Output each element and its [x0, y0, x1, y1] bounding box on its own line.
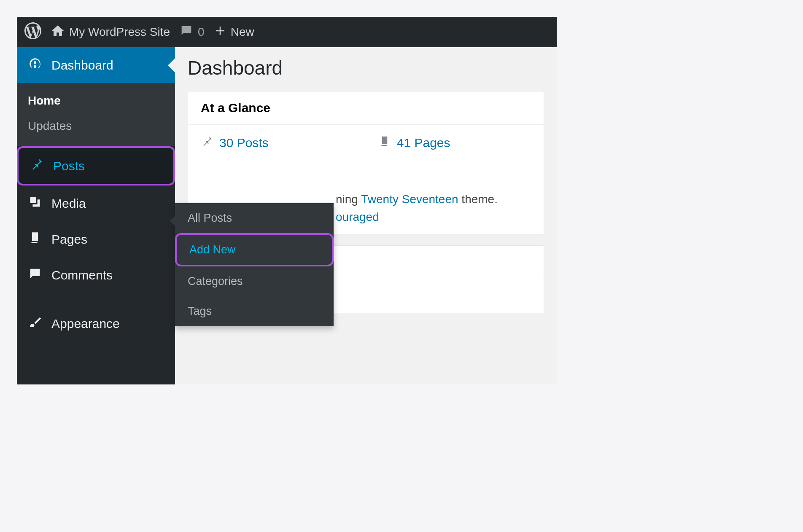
wordpress-logo-icon [24, 22, 41, 42]
pages-icon [378, 135, 391, 150]
search-engines-line[interactable]: ouraged [336, 210, 531, 224]
sidebar-item-label: Posts [53, 159, 85, 173]
sidebar-item-label: Pages [51, 232, 87, 247]
admin-sidebar: Dashboard Home Updates Posts Media [17, 47, 175, 384]
sidebar-item-posts[interactable]: Posts [17, 146, 175, 185]
sidebar-item-dashboard[interactable]: Dashboard [17, 47, 175, 83]
sidebar-subitem-home[interactable]: Home [17, 88, 175, 113]
comments-button[interactable]: 0 [179, 24, 205, 41]
flyout-item-tags[interactable]: Tags [175, 296, 334, 326]
sidebar-item-label: Dashboard [51, 58, 113, 73]
new-content-button[interactable]: New [214, 24, 254, 40]
comment-icon [179, 24, 194, 41]
dashboard-icon [28, 56, 42, 74]
glance-pages-count: 41 Pages [397, 136, 450, 150]
pages-icon [28, 231, 42, 248]
theme-suffix: theme. [458, 193, 498, 206]
sidebar-item-label: Comments [51, 268, 113, 282]
sidebar-subitem-updates[interactable]: Updates [17, 113, 175, 139]
glance-pages-link[interactable]: 41 Pages [378, 135, 450, 150]
posts-flyout: All Posts Add New Categories Tags [175, 203, 334, 326]
theme-running-text: ning [336, 193, 361, 206]
plus-icon [214, 24, 226, 40]
theme-link[interactable]: Twenty Seventeen [361, 193, 458, 206]
comment-icon [28, 266, 42, 284]
dashboard-submenu: Home Updates [17, 83, 175, 146]
sidebar-item-comments[interactable]: Comments [17, 257, 175, 293]
theme-info: ning Twenty Seventeen theme. [336, 193, 531, 206]
pin-icon [201, 135, 213, 150]
media-icon [28, 195, 42, 212]
site-name-label: My WordPress Site [69, 25, 170, 39]
flyout-item-all-posts[interactable]: All Posts [175, 203, 334, 233]
admin-topbar: My WordPress Site 0 New [17, 17, 557, 47]
at-a-glance-heading: At a Glance [188, 91, 544, 125]
flyout-item-categories[interactable]: Categories [175, 266, 334, 296]
sidebar-item-appearance[interactable]: Appearance [17, 306, 175, 341]
site-name-button[interactable]: My WordPress Site [51, 24, 170, 41]
layout: Dashboard Home Updates Posts Media [17, 47, 557, 384]
new-label: New [231, 25, 254, 39]
comments-count: 0 [198, 25, 205, 39]
sidebar-item-media[interactable]: Media [17, 185, 175, 221]
page-title: Dashboard [188, 56, 544, 79]
home-icon [51, 24, 65, 41]
brush-icon [28, 315, 42, 332]
sidebar-item-pages[interactable]: Pages [17, 221, 175, 257]
wp-admin-window: My WordPress Site 0 New Dashboard [17, 17, 557, 384]
pin-icon [30, 157, 44, 175]
glance-posts-count: 30 Posts [219, 136, 269, 150]
sidebar-item-label: Media [51, 196, 86, 211]
flyout-item-add-new[interactable]: Add New [175, 233, 334, 266]
glance-posts-link[interactable]: 30 Posts [201, 135, 269, 150]
sidebar-item-label: Appearance [51, 317, 120, 331]
wp-logo-button[interactable] [24, 22, 41, 42]
